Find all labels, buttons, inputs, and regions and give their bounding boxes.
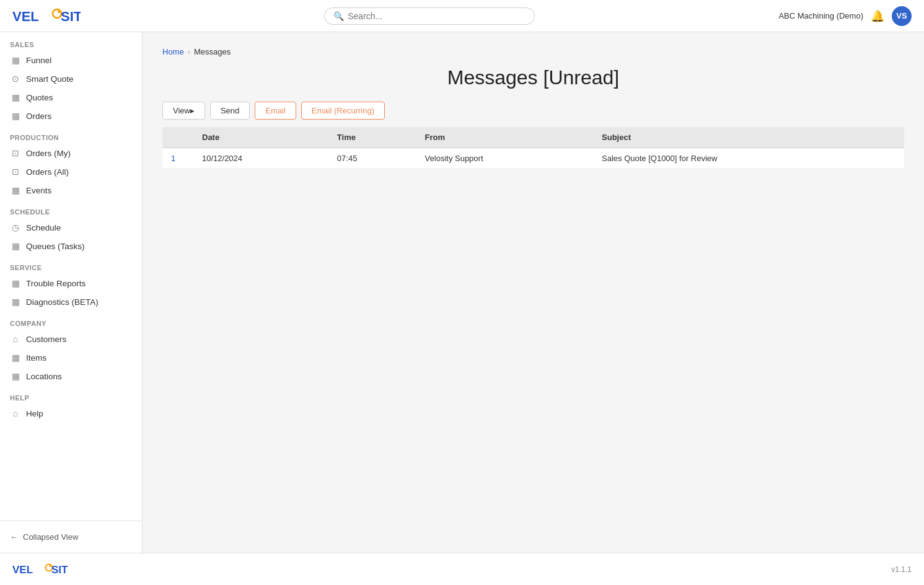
sidebar-item-label-trouble-reports: Trouble Reports: [26, 279, 86, 288]
collapse-view-button[interactable]: ← Collapsed View: [0, 527, 142, 547]
footer-logo-svg: VEL SITY: [12, 561, 68, 578]
sidebar-item-schedule[interactable]: ◷Schedule: [0, 218, 142, 237]
quotes-icon: ▦: [10, 92, 21, 102]
svg-point-2: [58, 11, 60, 13]
company-name: ABC Machining (Demo): [778, 11, 863, 20]
breadcrumb-current: Messages: [194, 47, 231, 56]
col-header-time: Time: [328, 127, 416, 148]
queues-tasks-icon: ▦: [10, 241, 21, 251]
sidebar-item-funnel[interactable]: ▦Funnel: [0, 51, 142, 69]
sidebar-item-trouble-reports[interactable]: ▦Trouble Reports: [0, 274, 142, 292]
collapse-label: Collapsed View: [23, 532, 78, 542]
sidebar-item-events[interactable]: ▦Events: [0, 181, 142, 200]
customers-icon: ⌂: [10, 334, 21, 344]
search-icon: 🔍: [333, 11, 344, 21]
page-title: Messages [Unread]: [162, 66, 904, 89]
sidebar-section-sales: SALES: [0, 32, 142, 51]
events-icon: ▦: [10, 185, 21, 195]
message-from: Velosity Support: [416, 148, 593, 169]
sidebar-section-production: PRODUCTION: [0, 125, 142, 144]
message-num: 1: [162, 148, 193, 169]
sidebar-item-items[interactable]: ▦Items: [0, 348, 142, 367]
funnel-icon: ▦: [10, 55, 21, 65]
orders-all-icon: ⊡: [10, 167, 21, 177]
sidebar-item-help[interactable]: ⌂Help: [0, 404, 142, 423]
search-bar[interactable]: 🔍: [324, 7, 535, 25]
sidebar-item-label-queues-tasks: Queues (Tasks): [26, 242, 85, 251]
sidebar-item-label-orders-all: Orders (All): [26, 167, 69, 177]
email-recurring-button[interactable]: Email (Recurring): [301, 102, 385, 120]
breadcrumb: Home › Messages: [162, 47, 904, 56]
help-icon: ⌂: [10, 408, 21, 418]
sidebar-section-help: HELP: [0, 385, 142, 404]
sidebar-item-label-diagnostics: Diagnostics (BETA): [26, 297, 99, 307]
main-area: SALES▦Funnel⊙Smart Quote▦Quotes▦OrdersPR…: [0, 32, 924, 553]
content-inner: Home › Messages Messages [Unread] View▸ …: [143, 32, 924, 184]
sidebar-item-label-customers: Customers: [26, 335, 66, 344]
svg-text:VEL: VEL: [12, 564, 33, 576]
message-subject: Sales Quote [Q1000] for Review: [593, 148, 904, 169]
svg-point-1: [53, 9, 61, 18]
sidebar-item-label-orders: Orders: [26, 112, 51, 121]
svg-text:SITY: SITY: [61, 9, 81, 24]
diagnostics-icon: ▦: [10, 297, 21, 307]
sidebar-section-company: COMPANY: [0, 311, 142, 330]
locations-icon: ▦: [10, 371, 21, 381]
svg-text:SITY: SITY: [51, 564, 68, 576]
items-icon: ▦: [10, 353, 21, 363]
orders-my-icon: ⊡: [10, 148, 21, 158]
sidebar-item-label-schedule: Schedule: [26, 223, 61, 232]
top-bar: VEL SITY 🔍 ABC Machining (Demo) 🔔 VS: [0, 0, 924, 32]
sidebar-item-label-locations: Locations: [26, 372, 62, 381]
sidebar-item-label-events: Events: [26, 186, 51, 195]
sidebar-item-orders-my[interactable]: ⊡Orders (My): [0, 144, 142, 162]
sidebar-section-schedule: SCHEDULE: [0, 200, 142, 218]
search-input[interactable]: [348, 11, 526, 21]
logo: VEL SITY: [12, 5, 81, 27]
table-header-row: Date Time From Subject: [162, 127, 904, 148]
content-area: Home › Messages Messages [Unread] View▸ …: [143, 32, 924, 553]
message-link[interactable]: 1: [171, 154, 175, 163]
col-header-date: Date: [193, 127, 328, 148]
trouble-reports-icon: ▦: [10, 278, 21, 288]
col-header-from: From: [416, 127, 593, 148]
logo-svg: VEL SITY: [12, 5, 81, 27]
sidebar-item-quotes[interactable]: ▦Quotes: [0, 88, 142, 107]
messages-table: Date Time From Subject 110/12/202407:45V…: [162, 127, 904, 169]
avatar[interactable]: VS: [892, 6, 912, 26]
col-header-num: [162, 127, 193, 148]
sidebar-item-label-help: Help: [26, 409, 43, 418]
app-layout: VEL SITY 🔍 ABC Machining (Demo) 🔔 VS SAL…: [0, 0, 924, 585]
table-row: 110/12/202407:45Velosity SupportSales Qu…: [162, 148, 904, 169]
message-date: 10/12/2024: [193, 148, 328, 169]
sidebar-item-orders[interactable]: ▦Orders: [0, 107, 142, 125]
email-button[interactable]: Email: [255, 102, 296, 120]
breadcrumb-home[interactable]: Home: [162, 47, 184, 56]
sidebar-item-customers[interactable]: ⌂Customers: [0, 330, 142, 348]
footer: VEL SITY v1.1.1: [0, 553, 924, 585]
sidebar-bottom: ← Collapsed View: [0, 521, 142, 553]
sidebar-item-label-items: Items: [26, 353, 46, 363]
footer-version: v1.1.1: [891, 565, 912, 574]
sidebar: SALES▦Funnel⊙Smart Quote▦Quotes▦OrdersPR…: [0, 32, 143, 553]
sidebar-item-queues-tasks[interactable]: ▦Queues (Tasks): [0, 237, 142, 255]
schedule-icon: ◷: [10, 222, 21, 232]
bell-icon[interactable]: 🔔: [871, 9, 884, 23]
orders-icon: ▦: [10, 111, 21, 121]
sidebar-item-diagnostics[interactable]: ▦Diagnostics (BETA): [0, 292, 142, 311]
view-button[interactable]: View▸: [162, 102, 205, 120]
sidebar-item-orders-all[interactable]: ⊡Orders (All): [0, 162, 142, 181]
sidebar-item-label-smart-quote: Smart Quote: [26, 74, 74, 84]
top-right-area: ABC Machining (Demo) 🔔 VS: [778, 6, 912, 26]
sidebar-item-smart-quote[interactable]: ⊙Smart Quote: [0, 69, 142, 88]
message-time: 07:45: [328, 148, 416, 169]
col-header-subject: Subject: [593, 127, 904, 148]
sidebar-item-locations[interactable]: ▦Locations: [0, 367, 142, 385]
smart-quote-icon: ⊙: [10, 74, 21, 84]
sidebar-item-label-funnel: Funnel: [26, 56, 51, 65]
send-button[interactable]: Send: [210, 102, 250, 120]
svg-text:VEL: VEL: [12, 9, 39, 24]
sidebar-section-service: SERVICE: [0, 255, 142, 274]
collapse-icon: ←: [10, 532, 18, 542]
sidebar-item-label-quotes: Quotes: [26, 93, 53, 102]
